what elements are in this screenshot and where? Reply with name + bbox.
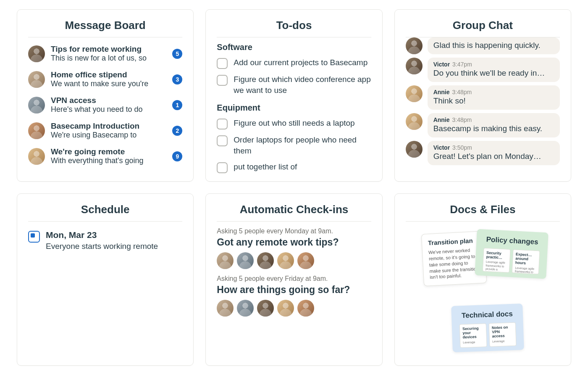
chat-message[interactable]: Annie3:48pm Think so! — [406, 85, 560, 110]
todos-card[interactable]: To-dos Software Add our current projects… — [205, 9, 382, 182]
avatar-icon — [297, 252, 314, 269]
avatar-icon — [257, 252, 274, 269]
message-item[interactable]: We're going remote With everything that'… — [28, 143, 182, 169]
todos-title: To-dos — [217, 19, 371, 37]
chat-bubble: Glad this is happening quickly. — [428, 37, 560, 54]
folder-card[interactable]: Technical docs Securing your devicesLeve… — [451, 304, 524, 352]
avatar-icon — [257, 300, 274, 317]
schedule-event[interactable]: Mon, Mar 23 Everyone starts working remo… — [28, 225, 182, 252]
chat-time: 3:48pm — [452, 116, 472, 123]
folder-title: Technical docs — [456, 309, 518, 320]
checkins-title: Automatic Check-ins — [217, 203, 371, 222]
chat-bubble: Annie3:48pm Basecamp is making this easy… — [428, 113, 560, 137]
document-body: We've never worked remote, so it's going… — [428, 247, 480, 280]
message-board-card[interactable]: Message Board Tips for remote working Th… — [17, 9, 194, 182]
checkbox-icon[interactable] — [217, 119, 228, 129]
todo-item[interactable]: put together list of — [217, 159, 371, 176]
checkbox-icon[interactable] — [217, 58, 228, 69]
chat-message[interactable]: Victor3:50pm Great! Let's plan on Monday… — [406, 141, 560, 165]
message-title: VPN access — [51, 96, 166, 105]
chat-time: 3:50pm — [452, 144, 472, 151]
chat-text: Great! Let's plan on Monday… — [433, 152, 554, 161]
chat-message[interactable]: Glad this is happening quickly. — [406, 37, 560, 54]
message-title: Basecamp Introduction — [51, 122, 166, 131]
checkin-question: Got any remote work tips? — [217, 237, 371, 248]
checkins-card[interactable]: Automatic Check-ins Asking 5 people ever… — [205, 193, 382, 366]
checkin-schedule: Asking 5 people every Friday at 9am. — [217, 275, 371, 283]
todo-section: Software Add our current projects to Bas… — [217, 42, 371, 98]
message-item[interactable]: VPN access Here's what you need to do 1 — [28, 92, 182, 118]
docs-files-title: Docs & Files — [406, 203, 560, 222]
chat-author: Annie — [433, 89, 450, 95]
avatar-icon — [237, 300, 254, 317]
avatar-icon — [406, 58, 423, 74]
document-title: Transition plan — [428, 237, 478, 247]
chat-time: 3:48pm — [452, 89, 472, 95]
dashboard-grid: Message Board Tips for remote working Th… — [17, 9, 571, 366]
checkbox-icon[interactable] — [217, 75, 228, 86]
folder-card[interactable]: Policy changes Security practic…Leverage… — [475, 229, 549, 279]
avatar-row — [217, 252, 371, 269]
avatar-icon — [28, 97, 45, 114]
message-preview: Here's what you need to do — [51, 105, 166, 114]
message-title: Home office stipend — [51, 70, 166, 79]
message-item[interactable]: Tips for remote working This is new for … — [28, 41, 182, 66]
message-board-title: Message Board — [28, 19, 182, 37]
avatar-icon — [28, 148, 45, 165]
message-board-list: Tips for remote working This is new for … — [28, 41, 182, 169]
avatar-icon — [217, 300, 234, 317]
schedule-title: Schedule — [28, 203, 182, 222]
chat-time: 3:47pm — [452, 61, 472, 68]
todo-item[interactable]: Order laptops for people who need them — [217, 132, 371, 158]
mini-document[interactable]: Securing your devicesLeverage — [459, 323, 487, 348]
mini-document[interactable]: Expect… around hoursLeverage agile frame… — [512, 249, 540, 274]
checkbox-icon[interactable] — [217, 162, 228, 173]
message-preview: We're using Basecamp to — [51, 131, 166, 140]
group-chat-card[interactable]: Group Chat Glad this is happening quickl… — [394, 9, 571, 182]
avatar-icon — [406, 141, 423, 158]
schedule-date: Mon, Mar 23 — [46, 230, 158, 240]
avatar-icon — [277, 300, 294, 317]
unread-badge: 9 — [172, 151, 182, 161]
todo-item[interactable]: Figure out who still needs a laptop — [217, 115, 371, 132]
checkbox-icon[interactable] — [217, 135, 228, 146]
avatar-icon — [217, 252, 234, 269]
mini-doc-body: Leverage agile frameworks to provide a — [514, 266, 536, 274]
mini-document[interactable]: Security practic…Leverage agile framewor… — [483, 248, 511, 272]
folder-title: Policy changes — [481, 235, 543, 246]
message-item[interactable]: Home office stipend We want to make sure… — [28, 66, 182, 92]
chat-bubble: Victor3:50pm Great! Let's plan on Monday… — [428, 141, 560, 165]
mini-doc-body: Leverage — [463, 340, 484, 344]
avatar-icon — [406, 113, 423, 130]
chat-message[interactable]: Annie3:48pm Basecamp is making this easy… — [406, 113, 560, 137]
mini-document[interactable]: Notes on VPN accessLeverage — [488, 322, 516, 346]
avatar-icon — [28, 71, 45, 88]
checkin-block[interactable]: Asking 5 people every Friday at 9am. How… — [217, 275, 371, 317]
mini-doc-body: Leverage — [492, 339, 513, 343]
todo-section-name[interactable]: Equipment — [217, 103, 371, 113]
todo-text: Add our current projects to Basecamp — [234, 57, 368, 69]
chat-text: Basecamp is making this easy. — [433, 124, 554, 133]
chat-message[interactable]: Victor3:47pm Do you think we'll be ready… — [406, 58, 560, 82]
chat-author: Victor — [433, 61, 450, 68]
message-preview: We want to make sure you're — [51, 79, 166, 88]
todo-item[interactable]: Add our current projects to Basecamp — [217, 55, 371, 71]
message-preview: With everything that's going — [51, 156, 166, 165]
avatar-icon — [237, 252, 254, 269]
avatar-icon — [406, 37, 423, 54]
docs-area: Transition plan We've never worked remot… — [406, 225, 560, 359]
avatar-icon — [28, 122, 45, 139]
todo-item[interactable]: Figure out which video conference app we… — [217, 71, 371, 98]
chat-author: Annie — [433, 116, 450, 123]
checkin-schedule: Asking 5 people every Monday at 9am. — [217, 227, 371, 235]
group-chat-title: Group Chat — [406, 19, 560, 37]
todo-section: Equipment Figure out who still needs a l… — [217, 103, 371, 175]
schedule-card[interactable]: Schedule Mon, Mar 23 Everyone starts wor… — [17, 193, 194, 366]
todo-section-name[interactable]: Software — [217, 42, 371, 52]
message-item[interactable]: Basecamp Introduction We're using Baseca… — [28, 118, 182, 143]
checkin-block[interactable]: Asking 5 people every Monday at 9am. Got… — [217, 227, 371, 269]
docs-files-card[interactable]: Docs & Files Transition plan We've never… — [394, 193, 571, 366]
todo-text: Order laptops for people who need them — [234, 135, 371, 156]
checkin-question: How are things going so far? — [217, 284, 371, 296]
mini-doc-title: Security practic… — [486, 250, 507, 260]
